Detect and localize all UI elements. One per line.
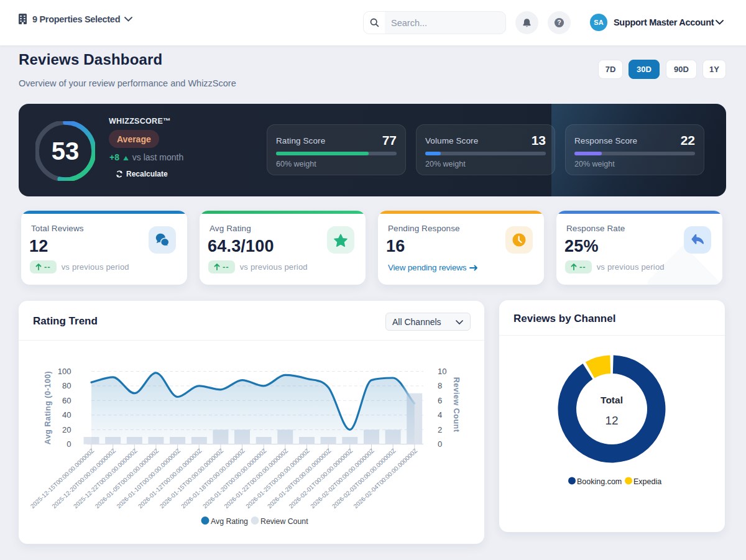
svg-text:53: 53: [52, 137, 80, 165]
svg-text:Booking.com: Booking.com: [577, 477, 622, 486]
svg-text:2: 2: [438, 425, 442, 434]
svg-text:100: 100: [58, 367, 71, 376]
svg-text:Review Count: Review Count: [452, 377, 461, 433]
svg-text:Avg Rating (0-100): Avg Rating (0-100): [44, 371, 52, 444]
svg-text:60: 60: [62, 396, 71, 405]
svg-text:8: 8: [438, 381, 442, 390]
svg-text:20: 20: [62, 425, 71, 434]
svg-text:0: 0: [67, 439, 71, 449]
svg-text:40: 40: [62, 410, 71, 420]
svg-text:6: 6: [438, 396, 442, 405]
svg-text:0: 0: [438, 439, 442, 449]
svg-text:Avg Rating: Avg Rating: [211, 517, 248, 526]
svg-text:12: 12: [605, 414, 618, 427]
svg-text:80: 80: [62, 381, 71, 390]
svg-text:Total: Total: [601, 395, 623, 405]
svg-text:Expedia: Expedia: [633, 477, 661, 486]
svg-text:Review Count: Review Count: [260, 517, 308, 526]
svg-text:10: 10: [438, 367, 446, 376]
svg-text:?: ?: [557, 19, 561, 26]
svg-text:4: 4: [438, 410, 442, 420]
